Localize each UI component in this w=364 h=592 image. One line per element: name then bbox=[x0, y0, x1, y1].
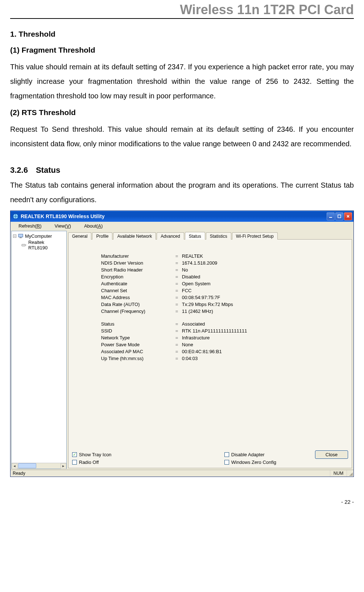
status-row: Manufacturer=REALTEK bbox=[101, 253, 344, 260]
status-value: None bbox=[182, 342, 193, 347]
status-label: Authenticate bbox=[101, 281, 175, 286]
checkbox-icon[interactable] bbox=[224, 460, 229, 465]
status-value: 00:08:54:97:75:7F bbox=[182, 295, 220, 300]
paragraph-status-intro: The Status tab contains general informat… bbox=[10, 178, 354, 207]
status-row: MAC Address=00:08:54:97:75:7F bbox=[101, 294, 344, 301]
checkbox-label: Radio Off bbox=[79, 460, 99, 465]
tab-statistics[interactable]: Statistics bbox=[206, 232, 231, 240]
maximize-button[interactable] bbox=[335, 212, 343, 220]
svg-rect-3 bbox=[18, 234, 23, 237]
checkbox-show-tray-icon[interactable]: Show Tray Icon bbox=[72, 452, 148, 457]
status-row: Power Save Mode=None bbox=[101, 341, 344, 348]
tree-root[interactable]: – MyComputer bbox=[13, 233, 65, 239]
separator-icon: = bbox=[175, 321, 182, 327]
checkbox-windows-zero-config[interactable]: Windows Zero Config bbox=[224, 460, 301, 465]
close-button[interactable]: Close bbox=[315, 450, 348, 459]
checkbox-disable-adapter[interactable]: Disable Adapter bbox=[224, 452, 301, 457]
tab-pane-status: Manufacturer=REALTEKNDIS Driver Version=… bbox=[68, 239, 352, 468]
heading-threshold: 1. Threshold bbox=[10, 30, 354, 38]
window-title: REALTEK RTL8190 Wireless Utility bbox=[21, 213, 104, 219]
heading-rts-threshold: (2) RTS Threshold bbox=[10, 108, 354, 117]
tree-child[interactable]: Realtek RTL8190 bbox=[13, 239, 65, 251]
resize-grip-icon[interactable] bbox=[347, 470, 353, 477]
status-label: MAC Address bbox=[101, 295, 175, 300]
status-label: Up Time (hh:mm:ss) bbox=[101, 356, 175, 361]
scroll-left-icon[interactable]: ◄ bbox=[12, 463, 17, 469]
tree-root-label: MyComputer bbox=[25, 233, 52, 239]
separator-icon: = bbox=[175, 274, 182, 279]
checkbox-icon[interactable] bbox=[72, 452, 77, 457]
status-value: Infrastructure bbox=[182, 335, 210, 340]
tab-general[interactable]: General bbox=[68, 232, 92, 240]
svg-rect-1 bbox=[329, 217, 332, 218]
menu-about[interactable]: About(A) bbox=[78, 222, 108, 229]
statusbar: Ready NUM bbox=[11, 470, 353, 477]
status-label: Data Rate (AUTO) bbox=[101, 302, 175, 307]
status-row: NDIS Driver Version=1674.1.518.2009 bbox=[101, 260, 344, 266]
svg-rect-4 bbox=[20, 237, 22, 238]
scroll-thumb[interactable] bbox=[18, 463, 36, 468]
paragraph-rts-threshold: Request To Send threshold. This value sh… bbox=[10, 122, 354, 151]
separator-icon: = bbox=[175, 328, 182, 334]
collapse-icon[interactable]: – bbox=[13, 234, 16, 238]
tab-available-network[interactable]: Available Network bbox=[113, 232, 156, 240]
separator-icon: = bbox=[175, 349, 182, 354]
status-label: Short Radio Header bbox=[101, 267, 175, 273]
statusbar-ready: Ready bbox=[11, 470, 330, 477]
tree-scrollbar[interactable]: ◄ ► bbox=[12, 463, 66, 469]
status-value: Disabled bbox=[182, 274, 200, 279]
page-number: - 22 - bbox=[10, 499, 354, 512]
checkbox-radio-off[interactable]: Radio Off bbox=[72, 460, 148, 465]
status-label: Channel Set bbox=[101, 288, 175, 293]
tab-wi-fi-protect-setup[interactable]: Wi-Fi Protect Setup bbox=[232, 232, 278, 240]
status-label: Encryption bbox=[101, 274, 175, 279]
status-value: Tx:29 Mbps Rx:72 Mbps bbox=[182, 302, 233, 307]
separator-icon: = bbox=[175, 253, 182, 259]
separator-icon: = bbox=[175, 281, 182, 286]
computer-icon bbox=[18, 233, 24, 239]
status-label: NDIS Driver Version bbox=[101, 260, 175, 266]
tab-status[interactable]: Status bbox=[185, 232, 205, 240]
tab-profile[interactable]: Profile bbox=[92, 232, 112, 240]
status-row: Channel Set=FCC bbox=[101, 287, 344, 294]
page-header-title: Wireless 11n 1T2R PCI Card bbox=[10, 0, 354, 19]
separator-icon: = bbox=[175, 288, 182, 293]
status-label: Network Type bbox=[101, 335, 175, 340]
status-label: Status bbox=[101, 321, 175, 327]
paragraph-fragment-threshold: This value should remain at its default … bbox=[10, 60, 354, 103]
tree-child-label: Realtek RTL8190 bbox=[28, 240, 65, 250]
status-value: Associated bbox=[182, 321, 205, 327]
status-value: REALTEK bbox=[182, 253, 203, 259]
app-window: REALTEK RTL8190 Wireless Utility Refresh… bbox=[10, 211, 354, 477]
checkbox-icon[interactable] bbox=[224, 452, 229, 457]
status-value: 00:E0:4C:81:96:B1 bbox=[182, 349, 222, 354]
checkbox-icon[interactable] bbox=[72, 460, 77, 465]
separator-icon: = bbox=[175, 335, 182, 340]
separator-icon: = bbox=[175, 342, 182, 347]
status-value: 1674.1.518.2009 bbox=[182, 260, 218, 266]
menu-view[interactable]: View(V) bbox=[49, 222, 77, 229]
status-row: Data Rate (AUTO)=Tx:29 Mbps Rx:72 Mbps bbox=[101, 301, 344, 308]
status-info-grid: Manufacturer=REALTEKNDIS Driver Version=… bbox=[69, 240, 352, 448]
menu-refresh[interactable]: Refresh(R) bbox=[13, 222, 47, 229]
separator-icon: = bbox=[175, 260, 182, 266]
status-row: Up Time (hh:mm:ss)=0:04:03 bbox=[101, 355, 344, 362]
titlebar[interactable]: REALTEK RTL8190 Wireless Utility bbox=[11, 211, 353, 222]
status-row: Short Radio Header=No bbox=[101, 266, 344, 273]
checkbox-label: Windows Zero Config bbox=[231, 460, 276, 465]
separator-icon: = bbox=[175, 309, 182, 314]
status-label: Manufacturer bbox=[101, 253, 175, 259]
status-row: Channel (Frequency)=11 (2462 MHz) bbox=[101, 308, 344, 315]
minimize-button[interactable] bbox=[327, 212, 335, 220]
tab-advanced[interactable]: Advanced bbox=[157, 232, 184, 240]
svg-rect-5 bbox=[22, 244, 25, 246]
status-label: Channel (Frequency) bbox=[101, 309, 175, 314]
section-title: Status bbox=[36, 166, 60, 175]
status-label: Power Save Mode bbox=[101, 342, 175, 347]
status-label: SSID bbox=[101, 328, 175, 334]
heading-fragment-threshold: (1) Fragment Threshold bbox=[10, 46, 354, 54]
close-window-button[interactable] bbox=[344, 212, 352, 220]
checkbox-label: Disable Adapter bbox=[231, 452, 265, 457]
scroll-right-icon[interactable]: ► bbox=[61, 463, 66, 469]
status-row: Status=Associated bbox=[101, 321, 344, 327]
